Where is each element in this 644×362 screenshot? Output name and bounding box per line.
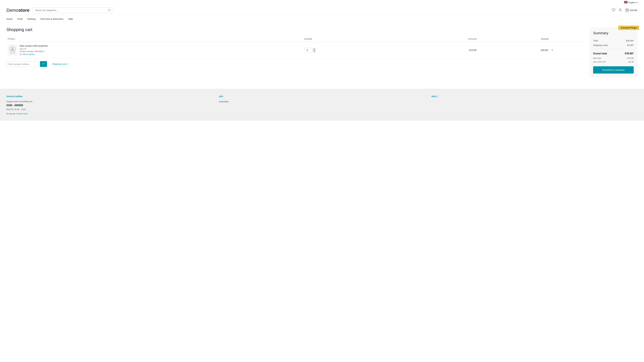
summary-box: Summary Total €39.98* Shipping costs €0.… bbox=[589, 27, 638, 77]
add-product-button[interactable] bbox=[40, 61, 47, 67]
list-item: Newsletter bbox=[219, 100, 425, 103]
footer-contact-link[interactable]: contact form bbox=[16, 112, 28, 115]
footer-grid: Service hotline Support and counselling … bbox=[6, 95, 638, 116]
vat-value: €6.38 bbox=[628, 61, 634, 63]
grand-total-label: Grand total bbox=[593, 52, 607, 55]
language-selector[interactable]: English ▾ bbox=[624, 1, 638, 4]
wishlist-icon[interactable] bbox=[612, 8, 615, 12]
net-total-value: €33.60 bbox=[627, 57, 634, 59]
nav-free-time[interactable]: Free time & electronics bbox=[40, 18, 64, 20]
nav-help[interactable]: Help bbox=[68, 18, 73, 20]
total-label: Total bbox=[593, 39, 598, 42]
product-name: Main product with properties bbox=[20, 44, 48, 47]
cart-actions: Shipping costs bbox=[6, 58, 584, 69]
account-icon[interactable] bbox=[618, 8, 622, 12]
table-row: Main product with properties Size: M Pro… bbox=[6, 42, 584, 58]
nav-food[interactable]: Food bbox=[17, 18, 22, 20]
product-number-input-area bbox=[6, 61, 47, 67]
logo-text-bold: store bbox=[18, 8, 30, 13]
cart-price: €39.98* bbox=[630, 9, 638, 11]
nav-clothing[interactable]: Clothing bbox=[27, 18, 36, 20]
activated-plugin-badge: Activated Plugin bbox=[618, 25, 639, 30]
footer-service-col: Service hotline Support and counselling … bbox=[6, 95, 212, 116]
svg-rect-4 bbox=[12, 49, 13, 51]
net-total-row: Net total €33.60 bbox=[593, 56, 634, 60]
cart-table: Product Quantity Unit price Subtotal bbox=[6, 36, 584, 58]
footer-or-text: Or via our contact form. bbox=[6, 112, 212, 115]
summary-divider bbox=[593, 49, 634, 49]
vat-row: plus 19% VAT €6.38 bbox=[593, 60, 634, 64]
footer-newsletter-link[interactable]: Newsletter bbox=[219, 100, 229, 103]
quantity-stepper: ▲ ▼ bbox=[304, 48, 398, 53]
grand-total-row: Grand total €39.98* bbox=[593, 51, 634, 56]
qty-spinners: ▲ ▼ bbox=[313, 48, 316, 52]
heart-icon bbox=[20, 53, 22, 55]
logo-text-light: Demo bbox=[6, 8, 18, 13]
wishlist-label: Add to wishlist bbox=[22, 53, 35, 55]
chevron-down-icon: ▾ bbox=[636, 1, 638, 4]
total-value: €39.98* bbox=[626, 39, 634, 42]
checkout-button[interactable]: Proceed to checkout bbox=[593, 66, 634, 73]
search-bar bbox=[33, 7, 113, 13]
col-unit-price: Unit price bbox=[399, 36, 478, 42]
header-icons: €39.98* bbox=[612, 8, 638, 12]
col-product: Product bbox=[6, 36, 303, 42]
cart-icon bbox=[625, 8, 629, 12]
summary-row-shipping: Shipping costs €0.00* bbox=[593, 43, 634, 47]
col-quantity: Quantity bbox=[303, 36, 399, 42]
grand-total-value: €39.98* bbox=[625, 52, 634, 55]
checkmark-icon bbox=[42, 62, 45, 65]
footer-info-title: Info bbox=[219, 95, 425, 98]
footer-info-links: Newsletter bbox=[219, 100, 425, 103]
remove-item-button[interactable]: ✕ bbox=[551, 48, 554, 52]
product-number: Product number: SW10000.1 bbox=[20, 50, 48, 53]
col-subtotal: Subtotal bbox=[478, 36, 550, 42]
vat-label: plus 19% VAT bbox=[593, 61, 606, 63]
chevron-right-icon bbox=[68, 63, 70, 65]
unit-price: €19.99* bbox=[399, 42, 478, 58]
qty-increase-button[interactable]: ▲ bbox=[313, 48, 316, 50]
search-button[interactable] bbox=[106, 7, 113, 13]
footer-phone: 0180 - 000000 bbox=[6, 104, 212, 107]
product-thumbnail bbox=[9, 46, 16, 54]
footer-support-text: Support and counselling via: bbox=[6, 100, 212, 103]
shipping-value: €0.00* bbox=[627, 44, 634, 46]
search-input[interactable] bbox=[33, 7, 106, 13]
flag-icon bbox=[624, 1, 628, 4]
product-cell: Main product with properties Size: M Pro… bbox=[8, 44, 302, 56]
footer-info2-col: Info 2 bbox=[432, 95, 638, 116]
product-size: Size: M bbox=[20, 48, 48, 50]
product-number-field[interactable] bbox=[6, 61, 39, 67]
nav-home[interactable]: Home bbox=[6, 18, 12, 20]
footer: Service hotline Support and counselling … bbox=[0, 89, 644, 121]
main-nav: Home Food Clothing Free time & electroni… bbox=[0, 16, 644, 22]
page-title: Shopping cart bbox=[6, 27, 584, 32]
footer-hours: Mon-Fri, 9 am - 5 pm bbox=[6, 108, 212, 110]
summary-wrapper: Summary Total €39.98* Shipping costs €0.… bbox=[589, 27, 638, 77]
svg-point-2 bbox=[620, 8, 621, 10]
footer-service-title: Service hotline bbox=[6, 95, 212, 98]
site-logo[interactable]: Demostore bbox=[6, 8, 30, 13]
shipping-costs-link[interactable]: Shipping costs bbox=[52, 63, 70, 65]
footer-info2-title: Info 2 bbox=[432, 95, 638, 98]
product-image bbox=[8, 44, 18, 56]
qty-decrease-button[interactable]: ▼ bbox=[313, 50, 316, 52]
shipping-costs-label: Shipping costs bbox=[52, 63, 67, 65]
quantity-input[interactable] bbox=[304, 48, 313, 53]
shipping-label: Shipping costs bbox=[593, 44, 608, 46]
cart-section: Shopping cart Product Quantity Unit pric… bbox=[6, 27, 584, 69]
summary-title: Summary bbox=[593, 31, 634, 35]
product-info: Main product with properties Size: M Pro… bbox=[20, 44, 48, 55]
cart-button[interactable]: €39.98* bbox=[625, 8, 638, 12]
summary-row-total: Total €39.98* bbox=[593, 38, 634, 43]
search-icon bbox=[108, 9, 111, 11]
footer-info-col: Info Newsletter bbox=[219, 95, 425, 116]
add-to-wishlist-link[interactable]: Add to wishlist bbox=[20, 53, 48, 55]
subtotal-price: €39.98* bbox=[478, 42, 550, 58]
net-total-label: Net total bbox=[593, 57, 601, 59]
language-label: English bbox=[628, 1, 636, 4]
svg-point-1 bbox=[108, 9, 110, 11]
